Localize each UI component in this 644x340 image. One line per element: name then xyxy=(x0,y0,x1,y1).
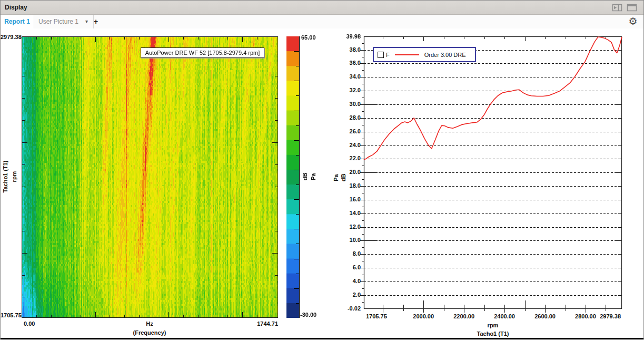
colorbar-unit-db: dB xyxy=(302,169,308,184)
ordercut-y-max-label: 39.98 xyxy=(334,33,361,40)
y-tick-label: 36.0 xyxy=(334,60,361,66)
y-tick-label: 26.0 xyxy=(334,128,361,134)
colormap-title-box: AutoPower DRE WF 52 [1705.8-2979.4 rpm] xyxy=(141,47,264,58)
ordercut-x-unit: rpm xyxy=(440,322,546,328)
y-tick-label: 16.0 xyxy=(334,196,361,202)
tab-report-1[interactable]: Report 1 xyxy=(1,15,34,28)
titlebar: Display xyxy=(1,1,643,15)
legend-checkbox[interactable] xyxy=(378,52,384,58)
x-tick-label: 2600.00 xyxy=(527,313,563,319)
x-tick-label: 2400.00 xyxy=(486,313,523,319)
order-cut-plot[interactable] xyxy=(345,32,632,319)
tab-user-picture-1-label: User Picture 1 xyxy=(38,18,78,25)
legend-checkbox-label: F xyxy=(386,52,390,58)
display-window: Display Report 1 User Picture 1 ▾ + ⚙ 29… xyxy=(0,0,644,339)
x-tick-label: 2200.00 xyxy=(445,313,482,319)
chevron-down-icon[interactable]: ▾ xyxy=(85,15,88,28)
tab-user-picture-1[interactable]: User Picture 1 ▾ xyxy=(34,15,94,28)
legend-line-sample xyxy=(395,54,419,55)
x-tick-label: 1705.75 xyxy=(366,313,398,319)
y-tick-label: 34.0 xyxy=(334,73,361,80)
tab-bar: Report 1 User Picture 1 ▾ + ⚙ xyxy=(1,15,643,28)
window-bottom-edge xyxy=(1,338,643,339)
x-tick-label: 2979.38 xyxy=(589,313,621,319)
y-tick-label: 24.0 xyxy=(334,142,361,148)
y-tick-label: 28.0 xyxy=(334,114,361,121)
gear-icon[interactable]: ⚙ xyxy=(627,15,639,28)
maximize-window-icon[interactable] xyxy=(627,4,637,12)
colormap-y-axis-unit: rpm xyxy=(11,166,17,187)
colormap-x-unit: Hz xyxy=(97,320,202,327)
colormap-y-min-label: 1705.75 xyxy=(1,312,21,318)
colormap-x-axis-name: (Frequency) xyxy=(97,329,202,336)
colormap-x-max-label: 1744.71 xyxy=(225,320,278,327)
y-tick-label: 32.0 xyxy=(334,87,361,93)
window-title: Display xyxy=(5,1,27,14)
colorbar-min-label: -30.00 xyxy=(300,312,316,318)
y-tick-label: 38.0 xyxy=(334,46,361,53)
colorbar-unit-pa: Pa xyxy=(310,169,316,184)
colormap-y-max-label: 2979.38 xyxy=(1,34,21,40)
x-tick-label: 2000.00 xyxy=(405,313,442,319)
legend-box[interactable]: F Order 3.00 DRE xyxy=(373,47,476,62)
y-tick-label: 10.0 xyxy=(334,237,361,243)
colormap-y-axis-channel: Tacho1 (T1) xyxy=(2,158,8,195)
ordercut-y-min-label: -0.02 xyxy=(334,305,361,312)
y-tick-label: 14.0 xyxy=(334,210,361,216)
y-tick-label: 30.0 xyxy=(334,101,361,107)
legend-series-label: Order 3.00 DRE xyxy=(424,52,466,58)
y-tick-label: 12.0 xyxy=(334,224,361,230)
y-tick-label: 22.0 xyxy=(334,155,361,161)
y-tick-label: 6.0 xyxy=(334,264,361,270)
colormap-plot[interactable] xyxy=(22,36,278,318)
y-tick-label: 4.0 xyxy=(334,278,361,284)
dock-panel-icon[interactable] xyxy=(612,4,622,12)
add-tab-label: + xyxy=(94,17,98,26)
ordercut-x-channel: Tacho1 (T1) xyxy=(440,331,546,337)
add-tab-button[interactable]: + xyxy=(90,15,102,28)
y-tick-label: 8.0 xyxy=(334,250,361,257)
tab-report-1-label: Report 1 xyxy=(4,18,30,25)
colorbar-max-label: 65.00 xyxy=(301,34,316,41)
y-tick-label: 2.0 xyxy=(334,292,361,298)
y-tick-label: 18.0 xyxy=(334,182,361,189)
y-tick-label: 20.0 xyxy=(334,169,361,175)
colormap-x-min-label: 0.00 xyxy=(24,320,35,327)
